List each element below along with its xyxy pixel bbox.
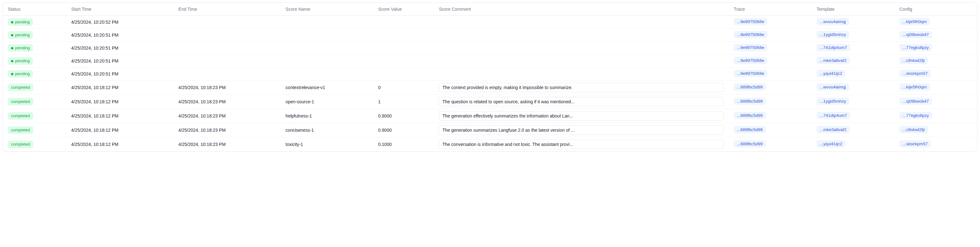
cell-end-time: 4/25/2024, 10:18:23 PM [173, 138, 280, 152]
template-link[interactable]: ...741dtp4um7 [816, 44, 850, 51]
status-badge: pending [8, 31, 33, 39]
cell-score-value: 1 [373, 95, 436, 109]
cell-start-time: 4/25/2024, 10:20:51 PM [66, 29, 173, 42]
template-link[interactable]: ...1ygid5mhzy [816, 98, 849, 105]
trace-link[interactable]: ...689fbc5d99 [734, 112, 766, 119]
cell-score-value [373, 29, 436, 42]
cell-score-value [373, 16, 436, 29]
evaluations-table: Status Start Time End Time Score Name Sc… [3, 3, 977, 151]
cell-score-value [373, 42, 436, 55]
cell-score-name [280, 16, 373, 29]
cell-score-value [373, 68, 436, 81]
col-header-start-time[interactable]: Start Time [66, 3, 173, 16]
trace-link[interactable]: ...9e9975068e [734, 44, 767, 51]
cell-start-time: 4/25/2024, 10:18:12 PM [66, 138, 173, 152]
trace-link[interactable]: ...689fbc5d99 [734, 126, 766, 133]
cell-start-time: 4/25/2024, 10:18:12 PM [66, 95, 173, 109]
status-badge: completed [8, 141, 33, 148]
col-header-status[interactable]: Status [3, 3, 66, 16]
col-header-end-time[interactable]: End Time [173, 3, 280, 16]
cell-end-time [173, 42, 280, 55]
cell-end-time: 4/25/2024, 10:18:23 PM [173, 123, 280, 138]
cell-score-name: toxicity-1 [280, 138, 373, 152]
table-row[interactable]: completed4/25/2024, 10:18:12 PM4/25/2024… [3, 81, 977, 95]
config-link[interactable]: ...kije5fh0qm [899, 18, 930, 25]
score-comment-text: The question is related to open source, … [439, 97, 724, 106]
cell-start-time: 4/25/2024, 10:20:51 PM [66, 68, 173, 81]
score-comment-text: The context provided is empty, making it… [439, 83, 724, 92]
status-badge: pending [8, 18, 33, 26]
cell-end-time [173, 68, 280, 81]
score-comment-text: The generation summarizes Langfuse 2.0 a… [439, 125, 724, 135]
trace-link[interactable]: ...9e9975068e [734, 70, 767, 77]
config-link[interactable]: ...77egks8pzy [899, 112, 932, 119]
status-badge: completed [8, 126, 33, 134]
table-row[interactable]: pending4/25/2024, 10:20:51 PM...9e997506… [3, 42, 977, 55]
status-badge: pending [8, 44, 33, 52]
table-row[interactable]: completed4/25/2024, 10:18:12 PM4/25/2024… [3, 109, 977, 123]
col-header-config[interactable]: Config [894, 3, 977, 16]
cell-score-value [373, 55, 436, 68]
trace-link[interactable]: ...9e9975068e [734, 18, 767, 25]
trace-link[interactable]: ...9e9975068e [734, 31, 767, 38]
cell-score-value: 0.9000 [373, 109, 436, 123]
cell-score-name [280, 68, 373, 81]
col-header-template[interactable]: Template [811, 3, 894, 16]
config-link[interactable]: ...sksirkpm57 [899, 70, 931, 77]
cell-score-name [280, 42, 373, 55]
status-badge: completed [8, 84, 33, 91]
cell-start-time: 4/25/2024, 10:18:12 PM [66, 123, 173, 138]
cell-score-name: contextrelevance-v1 [280, 81, 373, 95]
template-link[interactable]: ...741dtp4um7 [816, 112, 850, 119]
template-link[interactable]: ...yqul41ijc2 [816, 70, 845, 77]
col-header-score-name[interactable]: Score Name [280, 3, 373, 16]
table-row[interactable]: completed4/25/2024, 10:18:12 PM4/25/2024… [3, 123, 977, 138]
cell-score-name [280, 29, 373, 42]
cell-end-time [173, 55, 280, 68]
cell-start-time: 4/25/2024, 10:18:12 PM [66, 81, 173, 95]
trace-link[interactable]: ...689fbc5d99 [734, 83, 766, 91]
cell-score-name: open-source-1 [280, 95, 373, 109]
config-link[interactable]: ...sksirkpm57 [899, 140, 931, 147]
trace-link[interactable]: ...689fbc5d99 [734, 98, 766, 105]
table-row[interactable]: completed4/25/2024, 10:18:12 PM4/25/2024… [3, 138, 977, 152]
status-badge: pending [8, 57, 33, 65]
cell-start-time: 4/25/2024, 10:20:52 PM [66, 16, 173, 29]
config-link[interactable]: ...kije5fh0qm [899, 83, 930, 91]
col-header-score-value[interactable]: Score Value [373, 3, 436, 16]
table-row[interactable]: completed4/25/2024, 10:18:12 PM4/25/2024… [3, 95, 977, 109]
cell-start-time: 4/25/2024, 10:20:51 PM [66, 55, 173, 68]
status-badge: completed [8, 98, 33, 106]
cell-score-value: 0.9000 [373, 123, 436, 138]
template-link[interactable]: ...mke3a6vaf2 [816, 126, 850, 133]
template-link[interactable]: ...1ygid5mhzy [816, 31, 849, 38]
config-link[interactable]: ...c9nkwl2fjr [899, 57, 928, 64]
trace-link[interactable]: ...689fbc5d99 [734, 140, 766, 147]
evaluations-table-container: Status Start Time End Time Score Name Sc… [3, 3, 977, 152]
config-link[interactable]: ...sj09bwob47 [899, 98, 932, 105]
score-comment-text: The conversation is informative and not … [439, 139, 724, 149]
cell-start-time: 4/25/2024, 10:18:12 PM [66, 109, 173, 123]
cell-end-time: 4/25/2024, 10:18:23 PM [173, 109, 280, 123]
template-link[interactable]: ...yqul41ijc2 [816, 140, 845, 147]
table-row[interactable]: pending4/25/2024, 10:20:51 PM...9e997506… [3, 68, 977, 81]
table-row[interactable]: pending4/25/2024, 10:20:51 PM...9e997506… [3, 29, 977, 42]
status-badge: pending [8, 70, 33, 78]
table-header-row: Status Start Time End Time Score Name Sc… [3, 3, 977, 16]
col-header-score-comment[interactable]: Score Comment [436, 3, 729, 16]
config-link[interactable]: ...77egks8pzy [899, 44, 932, 51]
cell-end-time [173, 16, 280, 29]
table-row[interactable]: pending4/25/2024, 10:20:51 PM...9e997506… [3, 55, 977, 68]
template-link[interactable]: ...wvou4aimqj [816, 83, 849, 91]
table-row[interactable]: pending4/25/2024, 10:20:52 PM...9e997506… [3, 16, 977, 29]
config-link[interactable]: ...sj09bwob47 [899, 31, 932, 38]
trace-link[interactable]: ...9e9975068e [734, 57, 767, 64]
template-link[interactable]: ...mke3a6vaf2 [816, 57, 850, 64]
config-link[interactable]: ...c9nkwl2fjr [899, 126, 928, 133]
cell-end-time: 4/25/2024, 10:18:23 PM [173, 95, 280, 109]
col-header-trace[interactable]: Trace [729, 3, 811, 16]
cell-end-time: 4/25/2024, 10:18:23 PM [173, 81, 280, 95]
cell-score-value: 0.1000 [373, 138, 436, 152]
cell-score-value: 0 [373, 81, 436, 95]
template-link[interactable]: ...wvou4aimqj [816, 18, 849, 25]
